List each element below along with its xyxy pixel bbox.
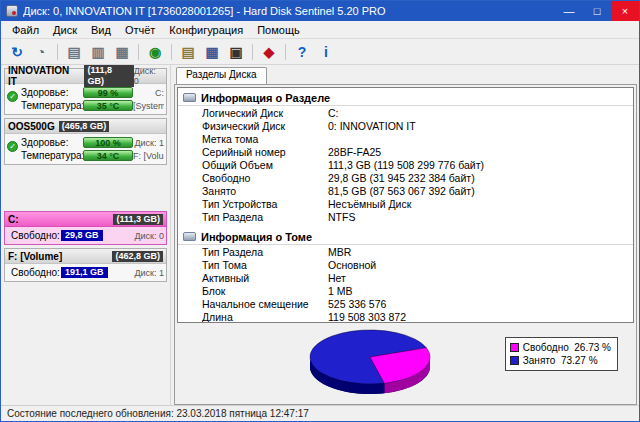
- info-label: Общий Объем: [178, 159, 328, 171]
- section-title: Информация о Разделе: [201, 92, 330, 104]
- partition-body: Свободно: 191,1 GB Диск: 1: [5, 264, 166, 281]
- disk-clock-button[interactable]: ◔: [29, 41, 53, 63]
- health-meter: 99 %: [83, 87, 133, 98]
- disk-item-0[interactable]: INNOVATION IT (111,8 GB) Диск: 0 ✓ Здоро…: [4, 68, 167, 115]
- info-label: Тип Раздела: [178, 211, 328, 223]
- disk-size-badge: (465,8 GB): [59, 121, 110, 132]
- temperature-label: Температура:: [21, 150, 83, 161]
- partition-header: C: (111,3 GB): [5, 212, 166, 227]
- toolbar-separator: [138, 44, 139, 60]
- section-header: Информация о Разделе: [178, 90, 633, 106]
- disk-item-1[interactable]: OOS500G (465,8 GB) ✓ Здоровье: 100 % Дис…: [4, 118, 167, 165]
- menu-view[interactable]: Вид: [84, 23, 118, 37]
- disk-clock-icon: ◔: [37, 45, 45, 59]
- info-value: MBR: [328, 246, 633, 258]
- save-report-icon: ▦: [205, 45, 218, 59]
- partition-body: Свободно: 29,8 GB Диск: 0: [5, 227, 166, 244]
- main-area: Разделы Диска Информация о РазделеЛогиче…: [171, 65, 639, 405]
- legend-label: Свободно 26.73 %: [523, 342, 611, 353]
- help-icon: ?: [298, 45, 307, 59]
- globe-online-icon: ◉: [149, 45, 161, 59]
- info-button[interactable]: i: [314, 41, 338, 63]
- disk-extended-test-icon: ▥: [91, 45, 104, 59]
- temperature-meter: 35 °C: [83, 100, 133, 111]
- tab-disk-partitions[interactable]: Разделы Диска: [176, 67, 267, 84]
- disk-header: OOS500G (465,8 GB): [5, 119, 166, 134]
- disk-extended-test-button[interactable]: ▥: [86, 41, 110, 63]
- section-header: Информация о Томе: [178, 229, 633, 245]
- disk-header: INNOVATION IT (111,8 GB) Диск: 0: [5, 69, 166, 84]
- disk-surface-test-button[interactable]: ▦: [110, 41, 134, 63]
- info-value: 1 MB: [328, 285, 633, 297]
- partition-disk-number: Диск: 1: [108, 268, 164, 278]
- disk-surface-test-icon: ▦: [115, 45, 128, 59]
- info-value: 28BF-FA25: [328, 146, 633, 158]
- disk-body: ✓ Здоровье: 99 % C: Температура: 35 °C […: [5, 84, 166, 114]
- menu-report[interactable]: Отчёт: [118, 23, 162, 37]
- info-label: Блок: [178, 285, 328, 297]
- toolbar-separator: [252, 44, 253, 60]
- report-button[interactable]: ▤: [176, 41, 200, 63]
- partition-size-badge: (462,8 GB): [112, 251, 163, 262]
- legend-row: Свободно 26.73 %: [510, 341, 611, 354]
- info-row: Занято81,5 GB (87 563 067 392 байт): [178, 184, 633, 197]
- info-row: Общий Объем111,3 GB (119 508 299 776 бай…: [178, 158, 633, 171]
- menu-config[interactable]: Конфигурация: [162, 23, 250, 37]
- camera-button[interactable]: ▣: [224, 41, 248, 63]
- partition-header: F: [Volume] (462,8 GB): [5, 249, 166, 264]
- legend-swatch: [510, 343, 519, 352]
- info-row: Тип ТомаОсновной: [178, 258, 633, 271]
- menu-bar: ФайлДискВидОтчётКонфигурацияПомощь: [1, 21, 639, 39]
- info-value: C:: [328, 107, 633, 119]
- temperature-right-text: [System-res...: [133, 101, 164, 111]
- minimize-button[interactable]: —: [555, 1, 583, 21]
- tab-bar: Разделы Диска: [174, 67, 637, 84]
- info-value: 0: INNOVATION IT: [328, 120, 633, 132]
- info-row: Метка тома: [178, 132, 633, 145]
- chart-legend: Свободно 26.73 %Занято 73.27 %: [505, 337, 618, 371]
- content-area: INNOVATION IT (111,8 GB) Диск: 0 ✓ Здоро…: [1, 65, 639, 405]
- legend-row: Занято 73.27 %: [510, 354, 611, 367]
- info-row: Блок1 MB: [178, 284, 633, 297]
- info-label: Длина: [178, 311, 328, 323]
- disk-section-icon: [183, 93, 196, 102]
- health-meter: 100 %: [83, 137, 133, 148]
- alert-monitor-button[interactable]: ◆: [257, 41, 281, 63]
- info-value: 81,5 GB (87 563 067 392 байт): [328, 185, 633, 197]
- refresh-icon: ↻: [11, 45, 23, 59]
- health-ok-icon: ✓: [7, 141, 18, 152]
- info-row: Тип РазделаNTFS: [178, 210, 633, 223]
- info-value: 29,8 GB (31 945 232 384 байт): [328, 172, 633, 184]
- refresh-button[interactable]: ↻: [5, 41, 29, 63]
- disk-number: Диск: 0: [134, 66, 163, 86]
- partition-size-badge: (111,3 GB): [113, 214, 163, 225]
- health-label: Здоровье:: [21, 87, 83, 98]
- save-report-button[interactable]: ▦: [200, 41, 224, 63]
- temperature-meter: 34 °C: [83, 150, 133, 161]
- health-row: Здоровье: 99 % C:: [21, 86, 164, 99]
- menu-disk[interactable]: Диск: [46, 23, 84, 37]
- temperature-right-text: F: [Volume]: [133, 151, 164, 161]
- info-label: Физический Диск: [178, 120, 328, 132]
- partition-item-f[interactable]: F: [Volume] (462,8 GB) Свободно: 191,1 G…: [4, 248, 167, 282]
- info-row: Серийный номер28BF-FA25: [178, 145, 633, 158]
- free-space-badge: 191,1 GB: [61, 267, 108, 278]
- health-right-text: C:: [133, 88, 164, 98]
- help-button[interactable]: ?: [290, 41, 314, 63]
- legend-swatch: [510, 356, 519, 365]
- section-title: Информация о Томе: [201, 231, 312, 243]
- free-space-label: Свободно:: [11, 267, 61, 278]
- info-label: Активный: [178, 272, 328, 284]
- info-value: Основной: [328, 259, 633, 271]
- disk-short-test-button[interactable]: ▤: [62, 41, 86, 63]
- close-button[interactable]: ×: [611, 1, 639, 21]
- toolbar-separator: [57, 44, 58, 60]
- partition-item-c[interactable]: C: (111,3 GB) Свободно: 29,8 GB Диск: 0: [4, 211, 167, 245]
- tab-page: Информация о РазделеЛогический ДискC:Физ…: [174, 84, 637, 405]
- maximize-button[interactable]: □: [583, 1, 611, 21]
- info-row: Свободно29,8 GB (31 945 232 384 байт): [178, 171, 633, 184]
- camera-icon: ▣: [229, 45, 242, 59]
- menu-file[interactable]: Файл: [5, 23, 46, 37]
- globe-online-button[interactable]: ◉: [143, 41, 167, 63]
- menu-help[interactable]: Помощь: [250, 23, 307, 37]
